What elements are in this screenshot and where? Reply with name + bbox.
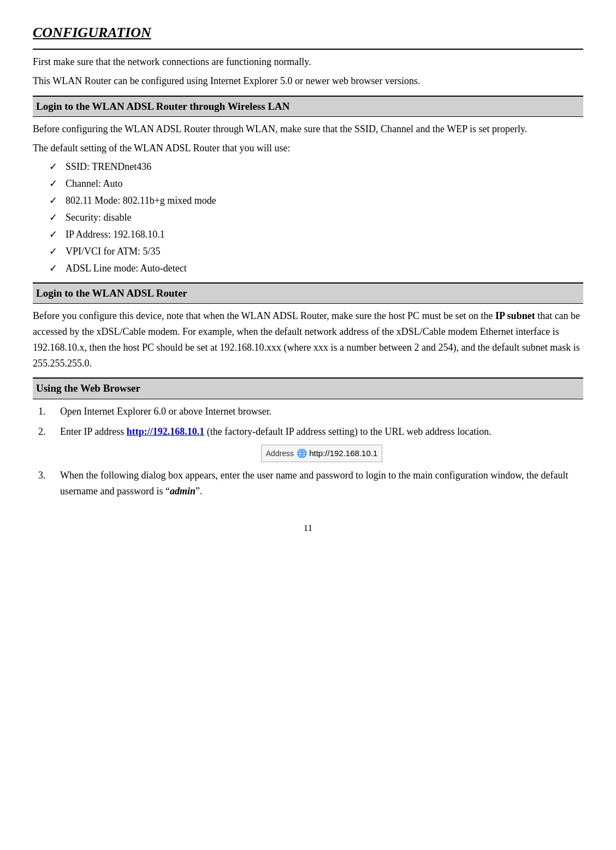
section-body-login-router: Before you configure this device, note t… — [33, 308, 583, 371]
browser-icon — [297, 448, 307, 458]
step-1: Open Internet Explorer 6.0 or above Inte… — [33, 404, 583, 420]
step-2-text-after: (the factory-default IP address setting)… — [204, 426, 491, 437]
step-3-text-before: When the following dialog box appears, e… — [60, 470, 568, 497]
section-header-web-browser: Using the Web Browser — [33, 377, 583, 399]
list-item: SSID: TRENDnet436 — [49, 160, 583, 174]
title-divider — [33, 49, 583, 50]
list-item: 802.11 Mode: 802.11b+g mixed mode — [49, 193, 583, 208]
step-2-text-before: Enter IP address — [60, 426, 127, 437]
list-item: VPI/VCI for ATM: 5/35 — [49, 244, 583, 259]
wireless-lan-checklist: SSID: TRENDnet436 Channel: Auto 802.11 M… — [49, 160, 583, 276]
section-wireless-lan: Login to the WLAN ADSL Router through Wi… — [33, 96, 583, 276]
list-item: ADSL Line mode: Auto-detect — [49, 261, 583, 276]
ip-subnet-bold: IP subnet — [495, 310, 535, 321]
section-header-login-router: Login to the WLAN ADSL Router — [33, 282, 583, 304]
steps-list: Open Internet Explorer 6.0 or above Inte… — [33, 404, 583, 499]
intro-paragraph-1: First make sure that the network connect… — [33, 54, 583, 70]
step-3: When the following dialog box appears, e… — [33, 468, 583, 499]
section-header-wireless-lan: Login to the WLAN ADSL Router through Wi… — [33, 96, 583, 117]
section-body-wireless-lan: Before configuring the WLAN ADSL Router … — [33, 121, 583, 276]
step-2: Enter IP address http://192.168.10.1 (th… — [33, 424, 583, 463]
intro-paragraph-2: This WLAN Router can be configured using… — [33, 73, 583, 89]
url-bar-text: http://192.168.10.1 — [309, 447, 377, 460]
list-item: Security: disable — [49, 210, 583, 225]
section-web-browser: Using the Web Browser Open Internet Expl… — [33, 377, 583, 499]
section-body-web-browser: Open Internet Explorer 6.0 or above Inte… — [33, 404, 583, 499]
ip-address-link[interactable]: http://192.168.10.1 — [127, 426, 205, 437]
page-number: 11 — [33, 521, 583, 535]
url-image-container: Address http://192.168.10.1 — [60, 445, 583, 462]
step-3-text-after: ”. — [196, 486, 203, 497]
url-bar: Address http://192.168.10.1 — [261, 445, 382, 462]
admin-bold-italic: admin — [170, 486, 196, 497]
section-login-router: Login to the WLAN ADSL Router Before you… — [33, 282, 583, 371]
wireless-lan-body1: Before configuring the WLAN ADSL Router … — [33, 121, 583, 137]
step-1-text: Open Internet Explorer 6.0 or above Inte… — [60, 406, 271, 417]
list-item: Channel: Auto — [49, 176, 583, 191]
list-item: IP Address: 192.168.10.1 — [49, 227, 583, 242]
page-title: CONFIGURATION — [33, 22, 583, 43]
wireless-lan-body2: The default setting of the WLAN ADSL Rou… — [33, 140, 583, 156]
url-bar-label: Address — [266, 447, 294, 459]
login-router-body: Before you configure this device, note t… — [33, 308, 583, 371]
